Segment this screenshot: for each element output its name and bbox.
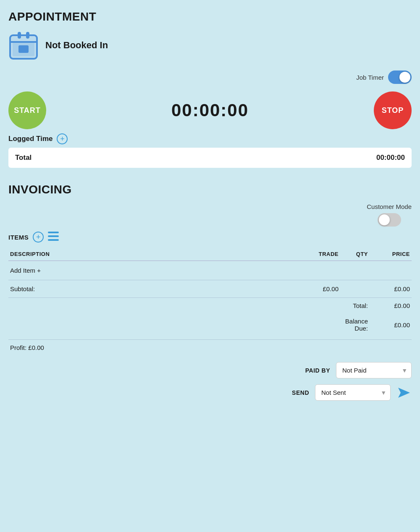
invoicing-title: INVOICING <box>8 183 412 196</box>
send-arrow-button[interactable] <box>396 385 412 400</box>
add-item-label[interactable]: Add Item + <box>8 261 412 280</box>
logged-time-label: Logged Time <box>8 135 52 143</box>
add-item-button[interactable]: + <box>33 232 44 243</box>
job-timer-toggle[interactable] <box>388 70 412 84</box>
timer-display: 00:00:00 <box>171 100 249 120</box>
job-timer-label: Job Timer <box>356 74 384 81</box>
logged-time-header: Logged Time + <box>8 133 412 144</box>
calendar-icon <box>8 30 39 60</box>
subtotal-price: £0.00 <box>370 280 412 298</box>
start-button[interactable]: START <box>8 91 46 129</box>
job-timer-row: Job Timer <box>8 70 412 84</box>
send-row: SEND Not Sent Email SMS ▼ <box>8 384 412 401</box>
paid-by-row: PAID BY Not Paid Cash Card Bank Transfer… <box>8 362 412 378</box>
appointment-title: APPOINTMENT <box>8 10 412 23</box>
svg-rect-9 <box>48 239 59 241</box>
col-price: PRICE <box>370 248 412 261</box>
svg-marker-10 <box>398 388 410 398</box>
send-label: SEND <box>276 389 309 396</box>
total-summary-value: £0.00 <box>370 298 412 314</box>
customer-mode-wrap: Customer Mode <box>367 203 412 227</box>
total-value: 00:00:00 <box>376 154 405 162</box>
logged-time-total-row: Total 00:00:00 <box>8 148 412 168</box>
subtotal-trade: £0.00 <box>298 280 340 298</box>
col-qty: QTY <box>340 248 370 261</box>
paid-by-label: PAID BY <box>297 367 330 374</box>
subtotal-label: Subtotal: <box>8 280 298 298</box>
timer-controls: START 00:00:00 STOP <box>8 87 412 133</box>
add-logged-time-button[interactable]: + <box>57 133 68 144</box>
svg-rect-5 <box>26 32 29 39</box>
stop-button[interactable]: STOP <box>374 91 412 129</box>
svg-rect-6 <box>18 45 29 53</box>
subtotal-row: Subtotal: £0.00 £0.00 <box>8 280 412 298</box>
invoice-table-header: DESCRIPTION TRADE QTY PRICE <box>8 248 412 261</box>
paid-by-select-wrapper: Not Paid Cash Card Bank Transfer ▼ <box>336 362 412 378</box>
svg-rect-8 <box>48 235 59 237</box>
add-item-row[interactable]: Add Item + <box>8 261 412 280</box>
customer-mode-toggle[interactable] <box>378 213 401 227</box>
balance-due-row: Balance Due: £0.00 <box>8 313 412 336</box>
balance-due-value: £0.00 <box>370 313 412 336</box>
total-summary-row: Total: £0.00 <box>8 298 412 314</box>
col-description: DESCRIPTION <box>8 248 298 261</box>
total-label: Total <box>15 154 32 162</box>
appointment-section: APPOINTMENT Not Booked In Job Timer S <box>8 10 412 168</box>
paid-by-select[interactable]: Not Paid Cash Card Bank Transfer <box>336 362 412 378</box>
customer-mode-label: Customer Mode <box>367 203 412 211</box>
items-label: ITEMS <box>8 234 29 241</box>
invoicing-top-row: Customer Mode <box>8 203 412 227</box>
total-summary-label: Total: <box>340 298 370 314</box>
profit-row: Profit: £0.00 <box>8 339 412 355</box>
invoicing-section: INVOICING Customer Mode ITEMS + <box>8 183 412 401</box>
svg-rect-7 <box>48 232 59 233</box>
profit-label: Profit: £0.00 <box>10 344 44 351</box>
send-select[interactable]: Not Sent Email SMS <box>315 384 391 401</box>
not-booked-label: Not Booked In <box>45 40 108 51</box>
items-header: ITEMS + <box>8 232 412 243</box>
invoice-table: DESCRIPTION TRADE QTY PRICE Add Item + S… <box>8 248 412 336</box>
form-rows: PAID BY Not Paid Cash Card Bank Transfer… <box>8 362 412 401</box>
list-view-icon[interactable] <box>48 232 59 243</box>
send-select-wrapper: Not Sent Email SMS ▼ <box>315 384 391 401</box>
svg-rect-4 <box>18 32 21 39</box>
balance-due-label: Balance Due: <box>340 313 370 336</box>
col-trade: TRADE <box>298 248 340 261</box>
appointment-status-row: Not Booked In <box>8 30 412 60</box>
